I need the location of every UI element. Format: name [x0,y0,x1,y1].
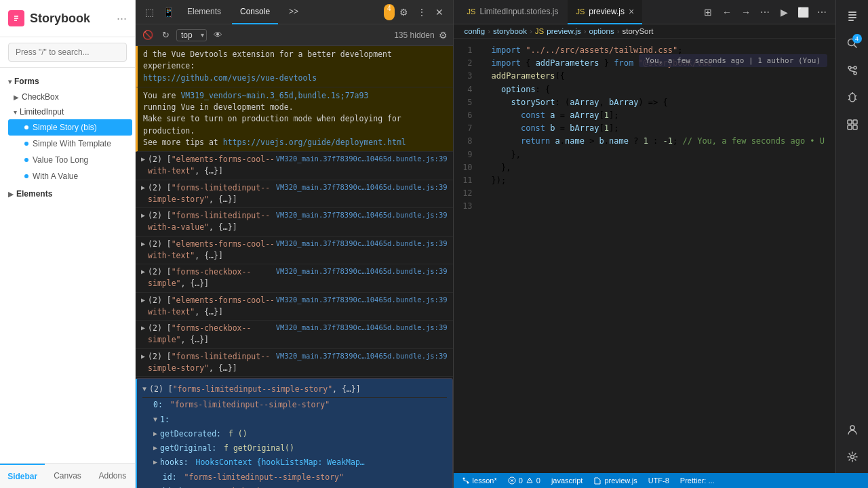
breadcrumb-preview[interactable]: preview.js [547,27,581,35]
devtools-device-icon[interactable]: 📱 [160,4,176,20]
language-status[interactable]: javascript [551,476,583,485]
log-source-2[interactable]: VM320_main.37f78390c…10465d.bundle.js:39 [276,182,448,193]
activity-bar-extensions-icon[interactable] [842,114,863,136]
close-tab-icon[interactable]: × [629,7,634,16]
sidebar-item-value-too-long[interactable]: Value Too Long [5,152,135,168]
expand-icon-2[interactable]: ▶ [141,182,145,192]
activity-bar-gear-icon[interactable] [842,446,863,468]
expand-icon-3[interactable]: ▶ [141,210,145,220]
file-status[interactable]: preview.js [593,476,637,485]
forms-group-header[interactable]: ▾ Forms [0,73,135,89]
js-active-file-icon: JS [576,7,585,16]
expand-icon-1[interactable]: ▶ [141,154,145,164]
obj-expand-1[interactable]: ▼ [153,414,157,426]
breadcrumb-storybook[interactable]: storybook [493,27,527,35]
log-source-1[interactable]: VM320_main.37f78390c…10465d.bundle.js:39 [276,154,448,165]
elements-chevron-icon: ▶ [8,190,14,198]
editor-overflow-icon[interactable]: ⋯ [814,4,830,20]
obj-expand-getOriginal[interactable]: ▶ [153,443,157,454]
devtools-close-icon[interactable]: ✕ [431,4,448,20]
code-content[interactable]: import "../../src/assets/tailwind.css"; … [481,39,835,473]
expand-icon-7[interactable]: ▶ [141,323,145,333]
log-source-3[interactable]: VM320_main.37f78390c…10465d.bundle.js:39 [276,210,448,221]
svg-point-7 [848,66,851,69]
svg-rect-4 [848,20,854,21]
breadcrumb-config[interactable]: config [465,27,486,35]
tab-console[interactable]: Console [232,0,278,24]
line-num-5: 5 [454,96,481,109]
formatter-status[interactable]: Prettier: ... [680,476,715,485]
log-source-5[interactable]: VM320_main.37f78390c…10465d.bundle.js:39 [276,266,448,277]
svg-line-11 [850,70,855,72]
sidebar-item-with-a-value[interactable]: With A Value [5,168,135,184]
code-area: 1 2 3 4 5 6 7 8 9 10 11 12 13 import "..… [454,39,835,473]
devtools-toolbar-icons: 4 ⚙ ⋮ ✕ [381,4,448,20]
obj-key-1: 1: [160,414,170,426]
simple-story-label: Simple Story (bis) [33,123,97,132]
filter-select-wrapper: top [176,29,207,41]
devtools-link[interactable]: https://github.com/vuejs/vue-devtools [143,73,317,83]
svg-line-14 [848,96,850,96]
vue-guide-link[interactable]: https://vuejs.org/guide/deployment.html [223,138,406,147]
encoding-status[interactable]: UTF-8 [648,476,669,485]
log-source-4[interactable]: VM320_main.37f78390c…10465d.bundle.js:39 [276,239,448,249]
devtools-overflow-icon[interactable]: ⋮ [414,4,430,20]
devtools-settings-icon[interactable]: ⚙ [396,4,412,20]
breadcrumb-options[interactable]: options [589,27,614,35]
tab-elements[interactable]: Elements [179,0,229,24]
language-name: javascript [551,476,583,485]
limitedinput-subgroup-header[interactable]: ▾ LimitedInput [5,104,135,119]
vm-link[interactable]: VM319_vendors~main.3_65d,bundle.1s;77a93 [180,91,368,100]
activity-bar-debug-icon[interactable] [842,87,863,108]
sidebar-item-simple-with-template[interactable]: Simple With Template [5,136,135,152]
expand-icon-4[interactable]: ▶ [141,239,145,249]
editor-preview-icon[interactable]: ▶ [776,4,792,20]
expand-icon-6[interactable]: ▶ [141,295,145,305]
refresh-icon[interactable]: ↻ [159,28,172,42]
activity-bar-account-icon[interactable] [842,419,863,441]
devtools-inspect-icon[interactable]: ⬚ [141,4,157,20]
obj-expand-hooks[interactable]: ▶ [153,457,157,468]
filter-eye-icon[interactable]: 👁 [211,28,224,42]
log-source-8[interactable]: VM320_main.37f78390c…10465d.bundle.js:39 [276,351,448,362]
console-settings-icon[interactable]: ⚙ [439,30,448,41]
editor-more-icon[interactable]: ⋯ [757,4,773,20]
log-source-7[interactable]: VM320_main.37f78390c…10465d.bundle.js:39 [276,323,448,333]
devtools-subbar: 🚫 ↻ top 👁 135 hidden ⚙ [136,24,453,46]
elements-group-header[interactable]: ▶ Elements [0,186,135,202]
activity-bar-search-icon[interactable]: 4 [842,33,863,54]
filter-select[interactable]: top [176,29,207,41]
expand-icon-8[interactable]: ▶ [141,351,145,361]
tab-more[interactable]: >> [281,0,307,24]
breadcrumb-storysort[interactable]: storySort [623,27,654,35]
git-branch-status[interactable]: lesson* [462,476,497,485]
editor-forward-icon[interactable]: → [738,4,754,20]
tab-limitedinput-stories[interactable]: JS LimitedInput.stories.js [459,0,567,24]
editor-back-icon[interactable]: ← [719,4,735,20]
collapse-icon[interactable]: ▼ [142,384,146,394]
storybook-menu-icon[interactable]: ··· [117,12,127,26]
sidebar-item-simple-story[interactable]: Simple Story (bis) [8,119,132,136]
obj-val-getDecorated: f () [224,428,248,440]
obj-key-getOriginal: getOriginal: [160,443,216,454]
tab-canvas[interactable]: Canvas [45,464,90,488]
checkbox-subgroup-header[interactable]: ▶ CheckBox [5,89,135,104]
obj-expand-getDecorated[interactable]: ▶ [153,428,157,440]
tab-sidebar[interactable]: Sidebar [0,464,45,488]
errors-status[interactable]: 0 0 [508,476,540,485]
warning-badge: 4 [384,4,395,20]
obj-val-id: "forms-limitedinput--simple-story" [180,472,344,483]
tab-preview-js[interactable]: JS preview.js × [568,0,642,24]
log-source-6[interactable]: VM320_main.37f78390c…10465d.bundle.js:39 [276,295,448,306]
file-name-status: preview.js [604,476,637,485]
editor-split-view-icon[interactable]: ⬜ [795,4,811,20]
inactive-tab-label: LimitedInput.stories.js [479,7,558,16]
activity-bar-git-icon[interactable] [842,60,863,81]
editor-split-icon[interactable]: ⊞ [700,4,716,20]
tab-addons[interactable]: Addons [90,464,135,488]
activity-bar-files-icon[interactable] [842,5,863,27]
search-input[interactable] [8,43,127,62]
log-row-1: ▶ (2) ["elements-forms-cool--with-text",… [136,152,453,180]
expand-icon-5[interactable]: ▶ [141,266,145,277]
clear-console-icon[interactable]: 🚫 [141,28,155,42]
